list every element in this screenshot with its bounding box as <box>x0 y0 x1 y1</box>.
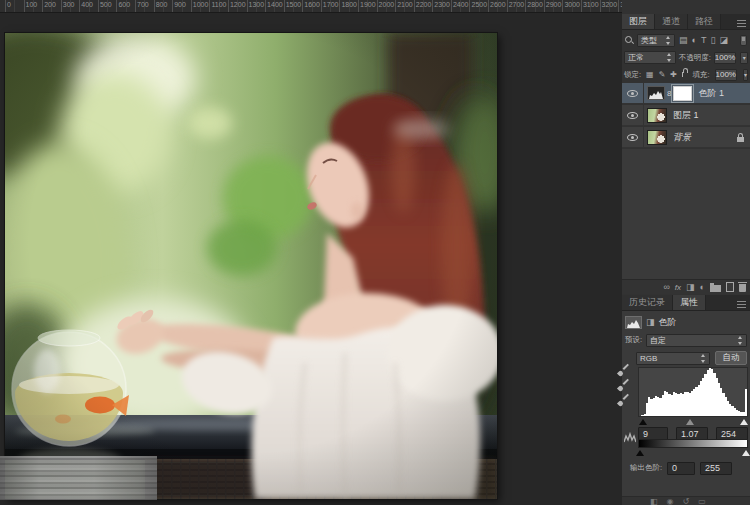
filter-shape-layers-icon[interactable]: ▯ <box>710 36 715 45</box>
layer-filter-row: 类型 ▤ ◐ T ▯ ◪ <box>622 32 750 48</box>
new-adjustment-layer-icon[interactable]: ◐ <box>700 283 705 292</box>
layer-name[interactable]: 背景 <box>673 131 691 144</box>
ruler-label: 2000 <box>379 1 395 8</box>
output-shadow-slider[interactable] <box>636 450 644 456</box>
fill-dropdown-arrow[interactable]: ▾ <box>743 69 748 81</box>
ruler-label: 2600 <box>490 1 506 8</box>
output-shadow-field[interactable]: 0 <box>667 462 695 475</box>
layer-row-layer1[interactable]: 图层 1 <box>622 105 750 126</box>
layer-row-background[interactable]: 背景 <box>622 127 750 148</box>
blurred-watermark-band <box>0 456 157 500</box>
output-highlight-slider[interactable] <box>742 450 750 456</box>
tab-paths[interactable]: 路径 <box>688 14 721 29</box>
layer-mask-thumbnail[interactable] <box>673 86 692 101</box>
levels-adjustment-thumbnail[interactable] <box>647 86 665 100</box>
background-lock-icon <box>737 137 744 142</box>
ruler-label: 1900 <box>360 1 376 8</box>
filter-toggle-switch[interactable] <box>740 35 747 46</box>
blend-mode-dropdown[interactable]: 正常 <box>624 51 676 64</box>
visibility-icon[interactable]: ◉ <box>667 497 674 505</box>
visibility-toggle[interactable] <box>622 83 644 104</box>
tab-layers[interactable]: 图层 <box>622 14 655 29</box>
preset-dropdown[interactable]: 自定 <box>646 334 747 347</box>
delete-layer-icon[interactable] <box>739 284 746 292</box>
add-mask-icon[interactable]: ◨ <box>686 283 695 292</box>
layer-name[interactable]: 色阶 1 <box>698 87 724 100</box>
properties-panel: ◨ 色阶 预设: 自定 RGB 自动 <box>622 311 750 505</box>
layers-bottom-bar: ∞ fx ◨ ◐ <box>622 279 750 294</box>
ruler-label: 2100 <box>397 1 413 8</box>
ruler-label: 300 <box>63 1 75 8</box>
layer-style-icon[interactable]: fx <box>675 283 681 292</box>
tab-properties[interactable]: 属性 <box>673 295 706 310</box>
eye-icon <box>627 134 638 141</box>
layer-name[interactable]: 图层 1 <box>673 109 699 122</box>
layer-thumbnail[interactable] <box>647 130 667 145</box>
ruler-label: 3200 <box>602 1 618 8</box>
lock-label: 锁定: <box>624 70 641 80</box>
ruler-label: 200 <box>44 1 56 8</box>
ruler-label: 2200 <box>416 1 432 8</box>
link-layers-icon[interactable]: ∞ <box>663 283 669 292</box>
mask-link-icon[interactable]: 8 <box>667 89 671 98</box>
visibility-toggle[interactable] <box>622 127 644 148</box>
shadow-input-slider[interactable] <box>639 419 647 425</box>
layer-thumbnail[interactable] <box>647 108 667 123</box>
reset-icon[interactable]: ↺ <box>683 497 690 505</box>
highlight-input-slider[interactable] <box>740 419 748 425</box>
search-icon <box>625 36 633 44</box>
mask-properties-icon[interactable]: ◨ <box>646 318 655 327</box>
opacity-dropdown-arrow[interactable]: ▾ <box>740 52 748 64</box>
eye-icon <box>627 112 638 119</box>
filter-type-layers-icon[interactable]: T <box>701 36 707 45</box>
lock-pixels-icon[interactable]: ✎ <box>659 71 666 79</box>
canvas-workspace[interactable] <box>0 14 621 505</box>
tab-channels[interactable]: 通道 <box>655 14 688 29</box>
levels-icon-button[interactable] <box>625 316 642 329</box>
opacity-value[interactable]: 100% <box>714 52 736 64</box>
delete-adjustment-icon[interactable]: ▭ <box>698 497 706 505</box>
lock-all-icon[interactable] <box>682 72 683 77</box>
properties-panel-menu-icon[interactable] <box>737 299 747 307</box>
preset-label: 预设: <box>625 335 642 345</box>
lock-position-icon[interactable]: ✚ <box>670 71 677 79</box>
visibility-toggle[interactable] <box>622 105 644 126</box>
ruler-label: 400 <box>81 1 93 8</box>
ruler-label: 1600 <box>304 1 320 8</box>
layers-tabbar: 图层 通道 路径 <box>622 14 750 30</box>
filter-pixel-layers-icon[interactable]: ▤ <box>679 36 688 45</box>
filter-kind-dropdown[interactable]: 类型 <box>637 34 675 47</box>
ruler-label: 1000 <box>193 1 209 8</box>
photoshop-window: 0100200300400500600700800900100011001200… <box>0 0 750 505</box>
channel-dropdown[interactable]: RGB <box>636 352 710 365</box>
output-gradient-bar <box>638 439 748 448</box>
ruler-label: 1700 <box>323 1 339 8</box>
filter-adjustment-layers-icon[interactable]: ◐ <box>692 36 697 45</box>
new-layer-icon[interactable] <box>726 282 734 292</box>
document-canvas-photo[interactable] <box>5 33 497 499</box>
ruler-label: 2300 <box>434 1 450 8</box>
blend-row: 正常 不透明度: 100% ▾ <box>622 50 750 65</box>
tab-history[interactable]: 历史记录 <box>622 295 673 310</box>
ruler-label: 800 <box>156 1 168 8</box>
new-group-icon[interactable] <box>710 285 721 292</box>
lock-row: 锁定: ▦ ✎ ✚ 填充: 100% ▾ <box>622 67 750 82</box>
clip-to-layer-icon[interactable]: ◧ <box>650 497 658 505</box>
filter-smart-objects-icon[interactable]: ◪ <box>719 36 728 45</box>
ruler-label: 3100 <box>583 1 599 8</box>
properties-bottom-bar: ◧ ◉ ↺ ▭ <box>622 496 750 505</box>
layers-panel-menu-icon[interactable] <box>737 18 747 26</box>
ruler-label: 500 <box>100 1 112 8</box>
layers-empty-area[interactable] <box>622 149 750 279</box>
opacity-label: 不透明度: <box>679 53 711 63</box>
output-highlight-field[interactable]: 255 <box>700 462 732 475</box>
lock-transparency-icon[interactable]: ▦ <box>646 71 654 79</box>
levels-histogram[interactable] <box>638 367 748 417</box>
ruler-label: 2400 <box>453 1 469 8</box>
ruler-label: 2500 <box>472 1 488 8</box>
ruler-label: 700 <box>137 1 149 8</box>
midtone-input-slider[interactable] <box>686 419 694 425</box>
fill-value[interactable]: 100% <box>715 69 737 81</box>
auto-button[interactable]: 自动 <box>715 351 747 365</box>
layer-row-levels1[interactable]: 8 色阶 1 <box>622 83 750 104</box>
